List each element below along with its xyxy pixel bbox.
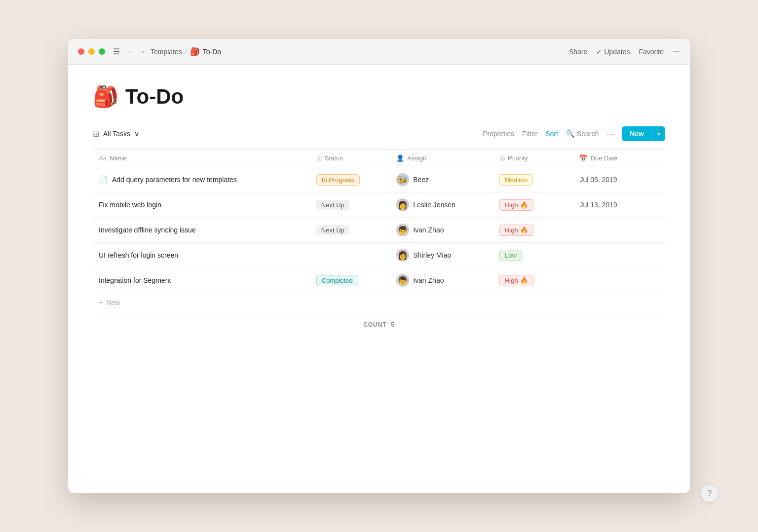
- priority-text: High: [505, 201, 518, 209]
- task-duedate-cell: [573, 268, 665, 293]
- nav-arrows: ← →: [127, 47, 146, 56]
- table-row[interactable]: 📄Add query parameters for new templatesI…: [93, 167, 665, 192]
- task-name-cell: Investigate offline syncing issue: [93, 218, 310, 243]
- task-priority-cell: High🔥: [493, 218, 573, 243]
- plus-icon: +: [99, 298, 103, 307]
- search-icon: 🔍: [566, 130, 574, 138]
- view-icon: ⊞: [93, 129, 99, 139]
- page-title: To-Do: [125, 85, 184, 109]
- task-name-text: Integration for Segment: [99, 276, 171, 284]
- table-row[interactable]: UI refresh for login screen👩Shirley Miao…: [93, 243, 665, 268]
- table-toolbar: ⊞ All Tasks ∨ Properties Filter Sort 🔍 S…: [93, 126, 665, 141]
- col-header-assign: 👤 Assign: [390, 150, 493, 167]
- task-assign-cell: 👦Ivan Zhao: [390, 268, 493, 293]
- view-label: All Tasks: [103, 130, 130, 138]
- new-button[interactable]: New ▾: [622, 126, 665, 141]
- priority-badge: High🔥: [499, 225, 533, 236]
- priority-emoji: 🔥: [520, 201, 528, 209]
- priority-text: Low: [505, 252, 517, 259]
- new-button-label: New: [622, 126, 652, 141]
- task-name-cell: Fix mobile web login: [93, 192, 310, 218]
- page-header: 🎒 To-Do: [93, 84, 665, 109]
- priority-badge: Medium: [499, 174, 533, 186]
- menu-icon[interactable]: ☰: [113, 47, 120, 56]
- filter-button[interactable]: Filter: [522, 130, 537, 138]
- priority-badge: High🔥: [499, 275, 533, 286]
- assignee-name: Ivan Zhao: [413, 226, 444, 234]
- back-arrow[interactable]: ←: [127, 47, 135, 56]
- task-name-cell: UI refresh for login screen: [93, 243, 310, 268]
- priority-emoji: 🔥: [520, 277, 528, 284]
- task-assign-cell: 🐝Beez: [390, 167, 493, 192]
- table-row[interactable]: Integration for SegmentCompleted👦Ivan Zh…: [93, 268, 665, 293]
- status-badge: In Progress: [316, 174, 360, 186]
- table-row[interactable]: Fix mobile web loginNext Up👩Leslie Jense…: [93, 192, 665, 218]
- breadcrumb-parent[interactable]: Templates: [151, 48, 182, 56]
- task-name-cell: Integration for Segment: [93, 268, 310, 293]
- task-name-icon: 📄: [99, 175, 108, 184]
- new-button-caret[interactable]: ▾: [652, 127, 665, 141]
- forward-arrow[interactable]: →: [138, 47, 146, 56]
- status-badge: Completed: [316, 275, 358, 286]
- col-header-status: ◎ Status: [310, 150, 390, 167]
- priority-col-icon: ◎: [499, 154, 505, 162]
- assignee-name: Shirley Miao: [413, 251, 451, 259]
- updates-check: ✓: [596, 48, 602, 56]
- priority-badge: Low: [499, 250, 522, 261]
- add-new-cell[interactable]: +New: [93, 293, 665, 312]
- task-status-cell: In Progress: [310, 167, 390, 192]
- table-row[interactable]: Investigate offline syncing issueNext Up…: [93, 218, 665, 243]
- avatar: 👦: [396, 274, 409, 287]
- task-duedate-cell: Jul 05, 2019: [573, 167, 665, 192]
- assignee-name: Beez: [413, 176, 429, 184]
- tasks-table: Aa Name ◎ Status 👤 Assign: [93, 149, 665, 312]
- task-status-cell: [310, 243, 390, 268]
- priority-emoji: 🔥: [520, 227, 528, 234]
- updates-button[interactable]: ✓ Updates: [596, 48, 630, 56]
- breadcrumb-current: To-Do: [203, 48, 221, 56]
- more-options-button[interactable]: ···: [673, 46, 680, 57]
- search-button[interactable]: 🔍 Search: [566, 130, 599, 138]
- titlebar-actions: Share ✓ Updates Favorite ···: [569, 46, 680, 57]
- add-new-inner: +New: [99, 298, 659, 307]
- breadcrumb: Templates / 🎒 To-Do: [151, 47, 569, 56]
- task-priority-cell: High🔥: [493, 192, 573, 218]
- count-row: COUNT 5: [93, 312, 665, 328]
- close-button[interactable]: [78, 48, 84, 55]
- view-selector[interactable]: ⊞ All Tasks ∨: [93, 129, 139, 139]
- maximize-button[interactable]: [99, 48, 105, 55]
- add-new-row[interactable]: +New: [93, 293, 665, 312]
- titlebar: ☰ ← → Templates / 🎒 To-Do Share ✓ Update…: [68, 39, 690, 65]
- status-badge: Next Up: [316, 225, 349, 235]
- duedate-col-icon: 📅: [579, 154, 587, 162]
- count-label: COUNT: [363, 321, 386, 328]
- traffic-lights: [78, 48, 105, 55]
- priority-col-label: Priority: [508, 154, 528, 162]
- status-col-icon: ◎: [316, 154, 322, 162]
- avatar: 🐝: [396, 173, 409, 186]
- sort-button[interactable]: Sort: [545, 130, 558, 138]
- updates-label: Updates: [604, 48, 630, 56]
- priority-text: Medium: [505, 176, 528, 184]
- table-header-row: Aa Name ◎ Status 👤 Assign: [93, 150, 665, 167]
- share-button[interactable]: Share: [569, 48, 587, 56]
- minimize-button[interactable]: [88, 48, 95, 55]
- properties-button[interactable]: Properties: [483, 130, 514, 138]
- app-window: ☰ ← → Templates / 🎒 To-Do Share ✓ Update…: [68, 39, 690, 493]
- task-status-cell: Next Up: [310, 192, 390, 218]
- task-duedate-cell: Jul 13, 2019: [573, 192, 665, 218]
- assign-col-icon: 👤: [396, 154, 404, 162]
- task-duedate-cell: [573, 218, 665, 243]
- chevron-down-icon: ∨: [134, 130, 139, 138]
- task-name-text: Add query parameters for new templates: [112, 176, 237, 184]
- more-actions-button[interactable]: ···: [606, 129, 614, 139]
- help-button[interactable]: ?: [701, 485, 719, 502]
- name-col-label: Name: [110, 154, 127, 162]
- task-priority-cell: Low: [493, 243, 573, 268]
- task-name-text: UI refresh for login screen: [99, 251, 178, 259]
- favorite-button[interactable]: Favorite: [639, 48, 664, 56]
- assign-col-label: Assign: [407, 154, 426, 162]
- duedate-col-label: Due Date: [590, 154, 617, 162]
- breadcrumb-separator: /: [185, 48, 187, 56]
- avatar: 👦: [396, 224, 409, 236]
